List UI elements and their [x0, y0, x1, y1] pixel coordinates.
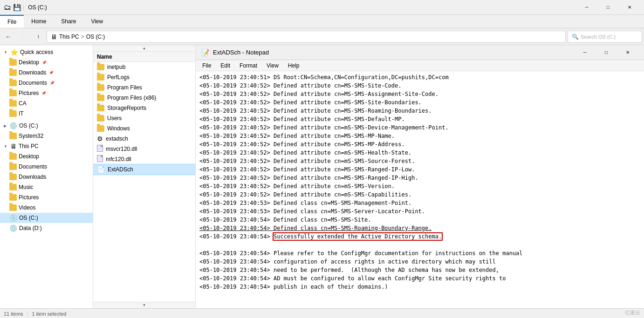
- sidebar-label-documents-qa: Documents: [19, 80, 47, 86]
- drive-icon-os: 💿: [9, 122, 17, 129]
- folder-icon-system32: [9, 132, 17, 140]
- notepad-minimize-btn[interactable]: ─: [574, 45, 596, 60]
- file-item-windows[interactable]: Windows: [93, 123, 195, 134]
- sidebar-label-system32: System32: [19, 133, 43, 139]
- folder-icon-users: [97, 115, 104, 122]
- pin-icon-desktop-qa: 📌: [42, 61, 47, 65]
- status-item-count: 11 items: [4, 311, 23, 317]
- file-label-mfc120: mfc120.dll: [106, 156, 131, 162]
- folder-icon-downloads-qa: [9, 69, 17, 77]
- forward-button[interactable]: →: [17, 30, 30, 43]
- notepad-menu-view[interactable]: View: [262, 60, 283, 71]
- path-sep1: >: [81, 34, 84, 40]
- sidebar-item-documents-qa[interactable]: Documents 📌: [0, 78, 93, 88]
- sidebar-item-pictures-pc[interactable]: Pictures: [0, 192, 93, 203]
- sidebar-label-videos: Videos: [19, 204, 35, 211]
- drive-icon-os-pc: 💿: [9, 214, 17, 222]
- pc-icon: 🖥: [10, 142, 17, 150]
- sidebar-item-pictures-qa[interactable]: Pictures 📌: [0, 88, 93, 98]
- notepad-close-btn[interactable]: ✕: [617, 45, 638, 60]
- expand-arrow-qa: ▼: [4, 50, 7, 54]
- notepad-title: ExtADSch - Notepad: [213, 49, 269, 56]
- folder-icon-ca: [9, 100, 17, 108]
- sidebar-item-system32[interactable]: ▶ System32: [0, 131, 93, 141]
- file-icon-extadsch-txt: 📄: [97, 166, 105, 173]
- tab-home[interactable]: Home: [24, 15, 54, 28]
- notepad-content[interactable]: <05-10-2019 23:40:51> DS Root:CN=Schema,…: [196, 71, 644, 308]
- address-path[interactable]: 🖥 This PC > OS (C:): [47, 31, 566, 43]
- sidebar-item-os-c-tree[interactable]: ▶ 💿 OS (C:): [0, 121, 93, 131]
- file-item-programfilesx86[interactable]: Program Files (x86): [93, 93, 195, 103]
- file-item-msvcr120[interactable]: msvcr120.dll: [93, 144, 195, 154]
- notepad-menu-bar: File Edit Format View Help: [196, 60, 644, 71]
- minimize-button[interactable]: ─: [576, 0, 597, 15]
- ribbon: File Home Share View: [0, 15, 644, 28]
- file-list-scroll: inetpub PerfLogs Program Files Program F…: [93, 62, 195, 302]
- title-bar-quick-access: 💾: [13, 4, 21, 11]
- status-bar: 11 items | 1 item selected: [0, 308, 644, 318]
- file-panel: ▲ Name inetpub PerfLogs Program Files Pr…: [93, 45, 196, 308]
- sidebar-item-this-pc[interactable]: ▼ 🖥 This PC: [0, 141, 93, 151]
- notepad-menu-help[interactable]: Help: [283, 60, 304, 71]
- pin-icon-documents-qa: 📌: [50, 81, 55, 85]
- sidebar-item-quick-access[interactable]: ▼ ⭐ Quick access: [0, 47, 93, 57]
- file-item-perflogs[interactable]: PerfLogs: [93, 72, 195, 82]
- file-item-extadsch-txt[interactable]: 📄 ExtADSch: [93, 164, 195, 175]
- folder-icon-it: [9, 110, 17, 118]
- pin-icon-pictures-qa: 📌: [41, 91, 46, 95]
- notepad-menu-format[interactable]: Format: [235, 60, 262, 71]
- folder-icon-downloads-pc: [9, 173, 17, 181]
- file-item-extadsch-exe[interactable]: ⚙ extadsch: [93, 134, 195, 144]
- folder-icon-inetpub: [97, 63, 104, 71]
- up-button[interactable]: ↑: [32, 30, 45, 43]
- file-item-users[interactable]: Users: [93, 113, 195, 123]
- sidebar-item-it[interactable]: IT: [0, 108, 93, 119]
- file-item-programfiles[interactable]: Program Files: [93, 82, 195, 93]
- notepad-menu-file[interactable]: File: [198, 60, 216, 71]
- tab-share[interactable]: Share: [54, 15, 83, 28]
- tab-view[interactable]: View: [83, 15, 110, 28]
- folder-icon-programfiles: [97, 84, 104, 92]
- sidebar-item-downloads-pc[interactable]: Downloads: [0, 172, 93, 182]
- window-title: OS (C:): [28, 4, 574, 11]
- sidebar-item-documents-pc[interactable]: Documents: [0, 162, 93, 172]
- file-item-mfc120[interactable]: mfc120.dll: [93, 154, 195, 164]
- sidebar-item-videos[interactable]: Videos: [0, 203, 93, 213]
- quick-access-icon: ⭐: [10, 48, 18, 56]
- search-box[interactable]: 🔍 Search OS (C:): [568, 31, 642, 43]
- sidebar-label-desktop-pc: Desktop: [19, 153, 39, 160]
- sidebar-item-data-d[interactable]: 💿 Data (D:): [0, 223, 93, 233]
- notepad-controls: ─ □ ✕: [574, 45, 638, 60]
- file-label-storagereports: StorageReports: [107, 105, 146, 111]
- maximize-button[interactable]: □: [597, 0, 619, 15]
- scroll-up-button[interactable]: ▲: [93, 45, 195, 52]
- sidebar-item-downloads-qa[interactable]: Downloads 📌: [0, 68, 93, 78]
- sidebar-item-desktop-pc[interactable]: Desktop: [0, 151, 93, 162]
- sidebar-item-os-c-pc[interactable]: 💿 OS (C:): [0, 213, 93, 223]
- pin-icon-downloads-qa: 📌: [49, 71, 54, 75]
- status-separator: |: [27, 311, 28, 317]
- notepad-maximize-btn[interactable]: □: [596, 45, 617, 60]
- file-item-storagereports[interactable]: StorageReports: [93, 103, 195, 113]
- notepad-menu-edit[interactable]: Edit: [216, 60, 235, 71]
- file-label-inetpub: inetpub: [107, 64, 125, 70]
- back-button[interactable]: ←: [2, 30, 15, 43]
- expand-arrow-thispc: ▼: [4, 144, 7, 149]
- sidebar-item-music[interactable]: Music: [0, 182, 93, 192]
- sidebar-label-data-d: Data (D:): [19, 225, 42, 231]
- scroll-down-button[interactable]: ▼: [93, 302, 195, 308]
- sidebar: ▼ ⭐ Quick access Desktop 📌 Downloads 📌 D…: [0, 45, 93, 308]
- folder-icon-music: [9, 183, 17, 191]
- file-item-inetpub[interactable]: inetpub: [93, 62, 195, 72]
- close-button[interactable]: ✕: [619, 0, 640, 15]
- file-label-extadsch-exe: extadsch: [106, 135, 128, 142]
- folder-icon-pictures-qa: [9, 89, 17, 97]
- sidebar-label-quick-access: Quick access: [20, 49, 53, 55]
- sidebar-label-it: IT: [19, 110, 24, 117]
- sidebar-item-ca[interactable]: CA: [0, 98, 93, 108]
- tab-file[interactable]: File: [0, 15, 24, 28]
- notepad-title-bar: 📝 ExtADSch - Notepad ─ □ ✕: [196, 45, 644, 60]
- sidebar-item-desktop-qa[interactable]: Desktop 📌: [0, 57, 93, 68]
- file-label-programfilesx86: Program Files (x86): [107, 95, 156, 101]
- path-osc: OS (C:): [86, 34, 105, 40]
